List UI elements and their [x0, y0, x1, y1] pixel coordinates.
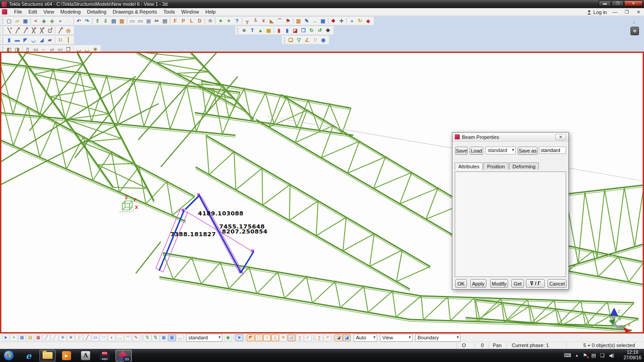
create-folded-plate-icon[interactable]: ◢: [38, 36, 46, 43]
screenshot-icon[interactable]: ▣: [264, 27, 273, 34]
beam-properties-dialog[interactable]: Beam Properties ✕ Save Load standard Sav…: [452, 132, 569, 290]
create-view-icon[interactable]: ▮: [275, 27, 283, 34]
start-button[interactable]: [4, 350, 14, 361]
select-single-rebar-icon[interactable]: ▭: [91, 334, 99, 341]
ok-button[interactable]: OK: [455, 279, 467, 288]
snap-points-icon[interactable]: ╱: [13, 27, 21, 34]
orthogonal-snap-icon[interactable]: ∠: [303, 36, 311, 43]
select-bolts-icon[interactable]: ╱: [83, 334, 91, 341]
paste-properties-icon[interactable]: →: [311, 17, 319, 24]
select-points-icon[interactable]: ▦: [34, 334, 42, 341]
render-mode-cube-icon[interactable]: ❖: [630, 27, 639, 35]
tab-attributes[interactable]: Attributes: [455, 162, 483, 170]
taskbar-internet-explorer[interactable]: e: [20, 350, 37, 362]
favorites-icon[interactable]: ◆: [364, 17, 372, 24]
taskbar-media-player[interactable]: ▶: [58, 350, 75, 362]
overflow-chevron-icon[interactable]: »: [348, 17, 356, 24]
snap-origin-icon[interactable]: ◎: [64, 27, 72, 34]
select-parts-icon[interactable]: ▦: [18, 334, 26, 341]
undo-icon[interactable]: ↶: [75, 17, 83, 24]
menu-window[interactable]: Window: [178, 9, 202, 15]
print-icon[interactable]: ▤: [110, 17, 118, 24]
create-twin-profile-icon[interactable]: ▰: [46, 36, 54, 43]
os-minimize-button[interactable]: ▬: [599, 0, 611, 6]
rotate-view-icon[interactable]: ↻: [308, 27, 316, 34]
dialog-titlebar[interactable]: Beam Properties ✕: [452, 133, 568, 142]
protect-model-icon[interactable]: ◆: [48, 17, 56, 24]
snap-perpendicular-icon[interactable]: ╳: [38, 27, 46, 34]
customize-icon[interactable]: ✛: [337, 17, 346, 24]
toolbar-expander-chevron[interactable]: ›: [633, 19, 635, 25]
selection-filter-icon[interactable]: ◉: [224, 334, 232, 341]
select-grids-icon[interactable]: ╱: [43, 334, 50, 341]
freehand-snap-icon[interactable]: ∵: [311, 36, 319, 43]
window-titlebar[interactable]: Tekla Structures x64 - C:\TeklaStructure…: [0, 0, 644, 8]
sync-model-icon[interactable]: ◌: [64, 17, 72, 24]
cut-icon[interactable]: ✂: [153, 17, 161, 24]
menu-view[interactable]: View: [40, 9, 58, 15]
snap-extension-icon[interactable]: ◻: [46, 27, 54, 34]
publish-web-icon[interactable]: ▥: [118, 17, 126, 24]
mdi-maximize-button[interactable]: ❐: [623, 10, 630, 14]
menu-edit[interactable]: Edit: [25, 9, 40, 15]
snap-override-depth-icon[interactable]: ʒ: [315, 334, 323, 341]
volume-tray-icon[interactable]: ◀): [609, 352, 614, 358]
taskbar-app-a[interactable]: A: [77, 350, 94, 362]
select-views-switch-icon[interactable]: ▯: [75, 334, 83, 341]
select-assemblies-icon[interactable]: ⇅: [144, 334, 151, 341]
dimension-icon[interactable]: ◣: [268, 17, 276, 24]
selection-filter-dropdown[interactable]: standard: [186, 334, 222, 342]
snap-direction-icon[interactable]: ↗: [323, 334, 331, 341]
resize-view-icon[interactable]: ✥: [324, 27, 332, 34]
new-model-icon[interactable]: ▢: [5, 17, 13, 24]
create-drawing-view-icon[interactable]: ❏: [287, 36, 295, 43]
taskbar-tekla-structures[interactable]: 21: [115, 350, 132, 362]
drawing-select-icon[interactable]: ◉: [319, 36, 327, 43]
snap-any-position-icon[interactable]: △: [271, 334, 279, 341]
create-beam-icon[interactable]: ▬: [13, 36, 21, 43]
create-bolts-icon[interactable]: ∷: [56, 36, 64, 43]
measure-tool-icon[interactable]: ✦: [225, 17, 233, 24]
create-curved-beam-icon[interactable]: ◡: [29, 36, 38, 43]
flag-icon[interactable]: ⚑: [284, 17, 292, 24]
view-list-icon[interactable]: ▭: [136, 17, 144, 24]
dialog-close-button[interactable]: ✕: [555, 134, 566, 140]
auto-depth-dropdown[interactable]: Auto: [354, 334, 377, 342]
menu-detailing[interactable]: Detailing: [84, 9, 110, 15]
copy-properties-icon[interactable]: ▥: [294, 17, 303, 24]
menu-tools[interactable]: Tools: [160, 9, 178, 15]
select-loads-icon[interactable]: ◗: [108, 334, 115, 341]
cancel-button[interactable]: Cancel: [548, 279, 567, 288]
snap-nearest-points-icon[interactable]: ○: [263, 334, 271, 341]
copy-icon[interactable]: ▤: [161, 17, 169, 24]
share-model-icon[interactable]: <: [32, 17, 40, 24]
create-weld-icon[interactable]: ┃: [64, 36, 72, 43]
auto-connection-icon[interactable]: ☓: [260, 17, 268, 24]
menu-help[interactable]: Help: [202, 9, 219, 15]
help-icon[interactable]: ?: [233, 17, 241, 24]
spin-view-icon[interactable]: ↺: [316, 27, 324, 34]
component-catalog-icon[interactable]: ▦: [319, 17, 327, 24]
tray-expand-icon[interactable]: ▲: [575, 353, 579, 357]
select-grid-lines-icon[interactable]: ╱: [51, 334, 58, 341]
select-planes-icon[interactable]: ◡: [116, 334, 124, 341]
menu-file[interactable]: File: [11, 9, 25, 15]
select-objects-in-components-icon[interactable]: ▦: [168, 334, 176, 341]
select-rebar-group-icon[interactable]: ∷: [100, 334, 107, 341]
curve-icon[interactable]: ⌒: [276, 17, 284, 24]
toggle-checkboxes-button[interactable]: ⊽ / Γ: [526, 279, 545, 288]
select-paint-icon[interactable]: ✎: [132, 334, 140, 341]
import-model-icon[interactable]: ⇧: [93, 17, 101, 24]
select-reinforcement-icon[interactable]: ◡: [176, 334, 184, 341]
select-distances-icon[interactable]: ◠: [124, 334, 132, 341]
taskbar-clock[interactable]: 12:19 27/09/16: [624, 350, 641, 361]
save-button[interactable]: Save: [455, 147, 468, 155]
select-objects-in-assemblies-icon[interactable]: ⇅: [152, 334, 159, 341]
preset-dropdown[interactable]: standard: [485, 147, 516, 154]
tekla-online-icon[interactable]: ❖: [329, 17, 337, 24]
render-options-icon[interactable]: ◪: [291, 27, 299, 34]
snap-reference-lines-icon[interactable]: ◩: [247, 334, 255, 341]
modify-button[interactable]: Modify: [490, 279, 508, 288]
os-close-button[interactable]: ✕: [624, 0, 643, 6]
publish-model-icon[interactable]: ◆: [40, 17, 48, 24]
